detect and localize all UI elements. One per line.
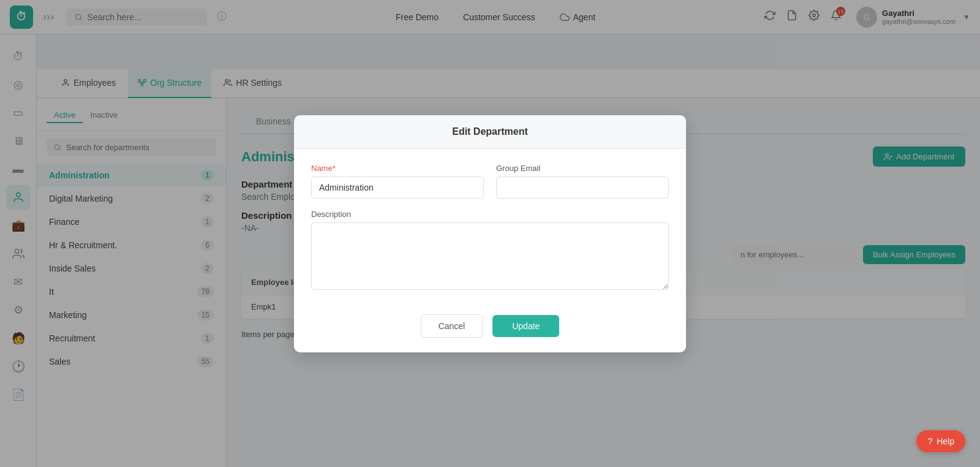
name-input[interactable] <box>311 177 484 199</box>
edit-department-modal: Edit Department Name* Group Email Descri… <box>294 115 686 352</box>
modal-name-email-row: Name* Group Email <box>311 164 669 199</box>
description-field: Description <box>311 210 669 290</box>
modal-body: Name* Group Email Description <box>294 149 686 305</box>
update-button[interactable]: Update <box>492 315 559 337</box>
group-email-input[interactable] <box>496 177 669 199</box>
description-textarea[interactable] <box>311 222 669 290</box>
cancel-button[interactable]: Cancel <box>421 314 483 338</box>
description-label: Description <box>311 210 669 219</box>
modal-header: Edit Department <box>294 115 686 149</box>
group-email-label: Group Email <box>496 164 669 173</box>
name-field: Name* <box>311 164 484 199</box>
group-email-field: Group Email <box>496 164 669 199</box>
help-button[interactable]: ? Help <box>916 430 965 452</box>
help-icon: ? <box>927 436 932 446</box>
modal-footer: Cancel Update <box>294 305 686 352</box>
name-label: Name* <box>311 164 484 173</box>
modal-overlay[interactable]: Edit Department Name* Group Email Descri… <box>0 0 980 467</box>
